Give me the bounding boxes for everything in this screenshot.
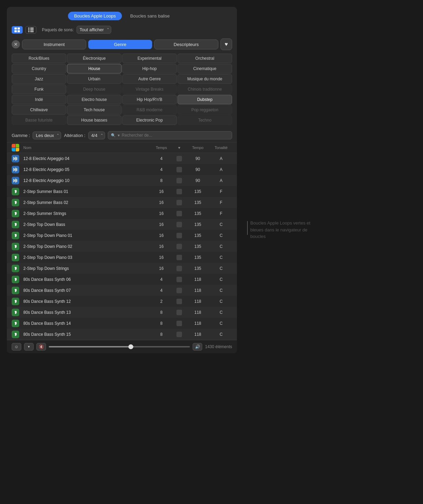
loop-heart-checkbox[interactable] xyxy=(173,178,185,183)
table-row[interactable]: 80s Dance Bass Synth 074118C xyxy=(7,285,237,296)
loop-tempo: 135 xyxy=(187,266,209,271)
loop-key: A xyxy=(210,178,232,183)
genre-chip[interactable]: Chillwave xyxy=(12,105,66,115)
genre-chip[interactable]: Jazz xyxy=(12,74,66,84)
genre-chip[interactable]: Techno xyxy=(178,115,232,125)
heart-filter-button[interactable]: ♥ xyxy=(220,38,232,50)
loop-beats: 8 xyxy=(151,178,172,183)
loop-heart-checkbox[interactable] xyxy=(173,266,185,271)
genre-chip[interactable]: Musique du monde xyxy=(178,74,232,84)
loop-heart-checkbox[interactable] xyxy=(173,288,185,293)
loop-heart-checkbox[interactable] xyxy=(173,211,185,216)
genre-chip[interactable]: Basse futuriste xyxy=(12,115,66,125)
genre-chip[interactable]: House xyxy=(67,64,122,73)
search-input[interactable] xyxy=(122,133,229,138)
genre-chip[interactable]: R&B moderne xyxy=(122,105,177,115)
svg-point-35 xyxy=(15,335,16,336)
descriptors-filter-button[interactable]: Descripteurs xyxy=(154,39,218,49)
table-row[interactable]: 80s Dance Bass Synth 158118C xyxy=(7,329,237,340)
loop-heart-checkbox[interactable] xyxy=(173,321,185,326)
table-row[interactable]: 2-Step Top Down Piano 0116135C xyxy=(7,230,237,241)
loop-key: C xyxy=(210,321,232,326)
tab-apple-loops[interactable]: Boucles Apple Loops xyxy=(68,12,122,20)
table-row[interactable]: 2-Step Summer Strings16135F xyxy=(7,208,237,219)
genre-chip[interactable]: Rock/Blues xyxy=(12,54,66,63)
genre-chip[interactable]: Indé xyxy=(12,95,66,104)
table-row[interactable]: 2-Step Top Down Strings16135C xyxy=(7,263,237,274)
genre-chip[interactable]: Funk xyxy=(12,84,66,94)
grid-view-button[interactable] xyxy=(12,26,23,34)
sound-packs-select[interactable]: Tout afficher xyxy=(77,26,111,34)
table-row[interactable]: 80s Dance Bass Synth 122118C xyxy=(7,296,237,307)
genre-chip[interactable]: Dubstep xyxy=(178,95,232,104)
loop-name: 2-Step Summer Bass 02 xyxy=(23,200,150,205)
instrument-filter-button[interactable]: Instrument xyxy=(22,39,86,49)
table-row[interactable]: 2-Step Top Down Piano 0316135C xyxy=(7,252,237,263)
genre-chip[interactable]: Orchestral xyxy=(178,54,232,63)
genre-chip[interactable]: Deep house xyxy=(67,84,122,94)
genre-chip[interactable]: Hip Hop/R'n'B xyxy=(122,95,177,104)
loop-name: 80s Dance Bass Synth 15 xyxy=(23,332,150,337)
genre-chip[interactable]: Pop reggaeton xyxy=(178,105,232,115)
emoji-button[interactable]: ☺ xyxy=(12,343,21,351)
loop-tempo: 135 xyxy=(187,244,209,249)
loop-tempo: 90 xyxy=(187,167,209,172)
genre-chip[interactable]: House basses xyxy=(67,115,122,125)
volume-mute-icon[interactable]: 🔇 xyxy=(36,343,46,351)
table-row[interactable]: 12-8 Electric Arpeggio 10890A xyxy=(7,175,237,186)
table-row[interactable]: 12-8 Electric Arpeggio 05490A xyxy=(7,164,237,175)
tab-no-tag[interactable]: Boucles sans balise xyxy=(124,12,176,20)
table-row[interactable]: 2-Step Summer Bass 0116135F xyxy=(7,186,237,197)
table-row[interactable]: 80s Dance Bass Synth 148118C xyxy=(7,318,237,329)
midi-loop-icon xyxy=(12,309,19,316)
volume-up-icon[interactable]: 🔊 xyxy=(193,343,202,351)
genre-chip[interactable]: Urbain xyxy=(67,74,122,84)
genre-chip[interactable]: Electro house xyxy=(67,95,122,104)
genre-chip[interactable]: Electronic Pop xyxy=(122,115,177,125)
midi-loop-icon xyxy=(12,210,19,217)
genre-chip[interactable]: Chinois traditionne xyxy=(178,84,232,94)
loop-heart-checkbox[interactable] xyxy=(173,233,185,238)
alteration-select[interactable]: 4/4 xyxy=(88,131,105,139)
genre-chip[interactable]: Experimental xyxy=(122,54,177,63)
genre-chip[interactable]: Country xyxy=(12,64,66,73)
midi-loop-icon xyxy=(12,276,19,283)
loop-heart-checkbox[interactable] xyxy=(173,332,185,337)
loop-heart-checkbox[interactable] xyxy=(173,310,185,315)
svg-point-30 xyxy=(15,280,16,281)
genre-chip[interactable]: Tech house xyxy=(67,105,122,115)
genre-chip[interactable]: Hip-hop xyxy=(122,64,177,73)
genre-chip[interactable]: Cinematique xyxy=(178,64,232,73)
genre-chip[interactable]: Vintage Breaks xyxy=(122,84,177,94)
chevron-down-button[interactable]: ▼ xyxy=(24,343,34,351)
loop-tempo: 135 xyxy=(187,255,209,260)
loop-heart-checkbox[interactable] xyxy=(173,200,185,205)
loop-heart-checkbox[interactable] xyxy=(173,277,185,282)
loop-heart-checkbox[interactable] xyxy=(173,299,185,304)
table-row[interactable]: 80s Dance Bass Synth 064118C xyxy=(7,274,237,285)
loop-beats: 16 xyxy=(151,233,172,238)
loop-heart-checkbox[interactable] xyxy=(173,255,185,260)
loop-heart-checkbox[interactable] xyxy=(173,167,185,172)
loop-heart-checkbox[interactable] xyxy=(173,189,185,194)
table-row[interactable]: 2-Step Summer Bass 0216135F xyxy=(7,197,237,208)
table-row[interactable]: 80s Dance Bass Synth 138118C xyxy=(7,307,237,318)
table-row[interactable]: 12-8 Electric Arpeggio 04490A xyxy=(7,153,237,164)
loop-beats: 16 xyxy=(151,266,172,271)
gamme-select[interactable]: Les deux xyxy=(33,131,61,139)
list-view-button[interactable] xyxy=(25,26,36,34)
table-row[interactable]: 2-Step Top Down Bass16135C xyxy=(7,219,237,230)
clear-filter-button[interactable]: ✕ xyxy=(12,40,20,48)
header-heart: ♥ xyxy=(173,146,185,150)
volume-slider[interactable] xyxy=(49,346,190,347)
table-row[interactable]: 2-Step Top Down Piano 0216135C xyxy=(7,241,237,252)
genre-chip[interactable]: Électronique xyxy=(67,54,122,63)
midi-loop-icon xyxy=(12,298,19,305)
genre-filter-button[interactable]: Genre xyxy=(88,40,152,49)
volume-thumb[interactable] xyxy=(128,344,133,349)
loop-heart-checkbox[interactable] xyxy=(173,222,185,227)
loop-key: C xyxy=(210,277,232,282)
loop-heart-checkbox[interactable] xyxy=(173,156,185,161)
genre-chip[interactable]: Autre Genre xyxy=(122,74,177,84)
loop-heart-checkbox[interactable] xyxy=(173,244,185,249)
